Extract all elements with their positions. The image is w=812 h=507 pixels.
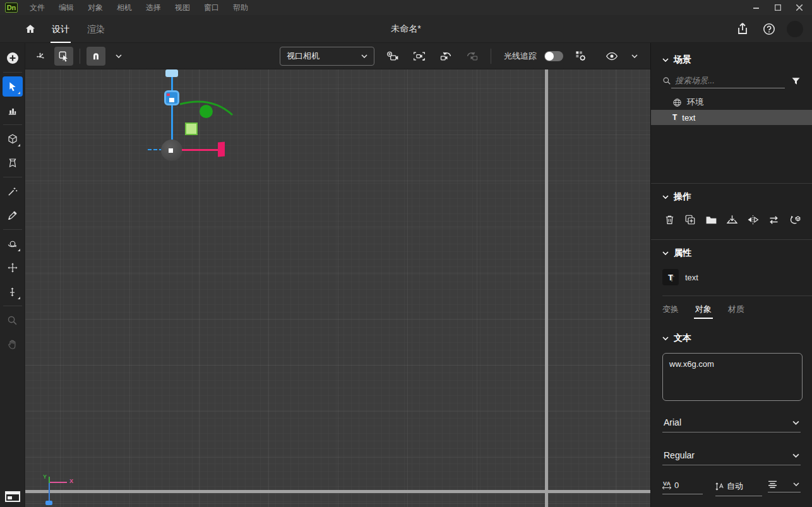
menu-edit[interactable]: 编辑 <box>52 0 81 15</box>
dimension-app-window: Dn 文件 编辑 对象 相机 选择 视图 窗口 帮助 未命名* 设计 渲染 <box>0 0 812 507</box>
gizmo-rotate-handle[interactable] <box>200 105 213 118</box>
scene-section-header[interactable]: 场景 <box>651 51 812 69</box>
gizmo-center-handle[interactable] <box>161 140 182 161</box>
user-avatar[interactable] <box>787 21 803 37</box>
graph-tool[interactable] <box>3 100 23 121</box>
document-title: 未命名* <box>0 23 812 35</box>
text-object-icon: T <box>668 273 673 282</box>
move-to-ground-button[interactable] <box>725 213 739 227</box>
viewport-canvas[interactable]: Y X <box>25 69 650 507</box>
hand-icon <box>7 339 18 350</box>
menu-help[interactable]: 帮助 <box>226 0 255 15</box>
tracking-icon: VA <box>662 481 671 489</box>
properties-tabs: 变换 对象 材质 <box>651 296 812 321</box>
font-style-value: Regular <box>664 450 792 460</box>
add-content-button[interactable] <box>3 48 23 68</box>
scene-list: 环境 T text <box>651 95 812 125</box>
properties-section-header[interactable]: 属性 <box>651 240 812 263</box>
render-quality-button[interactable] <box>571 47 590 66</box>
select-tool[interactable] <box>3 76 23 97</box>
view-settings-button[interactable] <box>602 47 621 66</box>
move-3d-button[interactable] <box>32 47 51 66</box>
view-settings-chevron[interactable] <box>625 47 644 66</box>
tab-transform[interactable]: 变换 <box>662 304 679 321</box>
group-button[interactable] <box>704 213 718 227</box>
gizmo-scale-handle[interactable] <box>185 122 198 135</box>
decal-tool[interactable] <box>3 153 23 173</box>
menu-view[interactable]: 视图 <box>168 0 197 15</box>
chevron-down-icon <box>793 482 799 486</box>
scene-item-label: 环境 <box>687 97 703 108</box>
tab-render[interactable]: 渲染 <box>78 15 114 43</box>
replace-3d-button[interactable] <box>787 213 801 227</box>
zoom-tool[interactable] <box>3 310 23 330</box>
font-style-dropdown[interactable]: Regular <box>662 445 801 465</box>
ray-tracing-label: 光线追踪 <box>504 51 537 62</box>
eye-icon <box>606 52 618 61</box>
scene-item-text[interactable]: T text <box>651 110 812 125</box>
tab-object[interactable]: 对象 <box>695 304 712 321</box>
add-camera-bookmark-button[interactable] <box>383 47 402 66</box>
app-logo: Dn <box>5 3 18 13</box>
magnifier-icon <box>7 315 18 326</box>
text-content-input[interactable]: ww.x6g.com <box>662 353 803 401</box>
tab-material[interactable]: 材质 <box>728 304 744 321</box>
camera-dropdown[interactable]: 视口相机 <box>280 47 374 66</box>
redo-camera-move-button[interactable] <box>463 47 482 66</box>
scene-section-title: 场景 <box>674 54 691 66</box>
gizmo-x-handle[interactable] <box>218 142 225 157</box>
chevron-down-icon <box>792 453 799 458</box>
snap-button[interactable] <box>87 47 105 66</box>
sampler-tool[interactable] <box>3 205 23 225</box>
delete-button[interactable] <box>662 213 676 227</box>
orbit-tool[interactable] <box>3 234 23 254</box>
chevron-down-icon <box>361 54 367 58</box>
filter-icon[interactable] <box>791 76 801 86</box>
ground-plane-toggle[interactable] <box>3 489 22 503</box>
actions-toolbar <box>651 206 812 230</box>
maximize-icon[interactable] <box>769 1 787 14</box>
undo-camera-move-button[interactable] <box>436 47 455 66</box>
duplicate-button[interactable] <box>683 213 697 227</box>
text-object-icon: T <box>672 113 677 122</box>
home-button[interactable] <box>18 15 43 43</box>
dolly-tool[interactable] <box>3 282 23 302</box>
gizmo-y-axis[interactable] <box>171 73 173 150</box>
divider <box>3 72 22 73</box>
actions-section-header[interactable]: 操作 <box>651 184 812 206</box>
chevron-down-icon <box>792 421 799 425</box>
properties-section-title: 属性 <box>674 248 691 259</box>
snap-options-button[interactable] <box>109 47 128 66</box>
primitive-shape-tool[interactable] <box>3 129 23 149</box>
line-spacing-field[interactable]: 自动 <box>715 479 762 496</box>
gizmo-y-cap-handle[interactable] <box>165 69 178 77</box>
swap-button[interactable] <box>767 213 780 227</box>
text-align-dropdown[interactable] <box>768 479 801 492</box>
menu-camera[interactable]: 相机 <box>110 0 139 15</box>
mirror-icon <box>747 215 759 225</box>
minimize-icon[interactable] <box>748 1 765 14</box>
tracking-field[interactable]: VA 0 <box>662 479 703 494</box>
camera-bookmarks-button[interactable] <box>410 47 429 66</box>
help-button[interactable] <box>760 20 778 38</box>
tab-design[interactable]: 设计 <box>43 15 78 43</box>
select-and-move-button[interactable] <box>54 47 73 66</box>
pan-tool[interactable] <box>3 258 23 278</box>
hand-tool[interactable] <box>3 334 23 354</box>
close-icon[interactable] <box>791 1 808 14</box>
chevron-down-icon <box>662 58 669 62</box>
menu-object[interactable]: 对象 <box>81 0 110 15</box>
magic-wand-tool[interactable] <box>3 181 23 201</box>
gizmo-x-axis[interactable] <box>182 149 220 151</box>
menu-file[interactable]: 文件 <box>23 0 52 15</box>
menu-select[interactable]: 选择 <box>139 0 168 15</box>
scene-item-environment[interactable]: 环境 <box>651 95 812 110</box>
chevron-down-icon <box>116 54 122 58</box>
scene-search-input[interactable] <box>671 73 785 88</box>
share-button[interactable] <box>734 20 751 38</box>
ray-tracing-toggle[interactable] <box>544 51 563 61</box>
text-section-header[interactable]: 文本 <box>651 321 812 348</box>
menu-window[interactable]: 窗口 <box>197 0 226 15</box>
mirror-button[interactable] <box>746 213 760 227</box>
font-family-dropdown[interactable]: Arial <box>662 412 801 432</box>
